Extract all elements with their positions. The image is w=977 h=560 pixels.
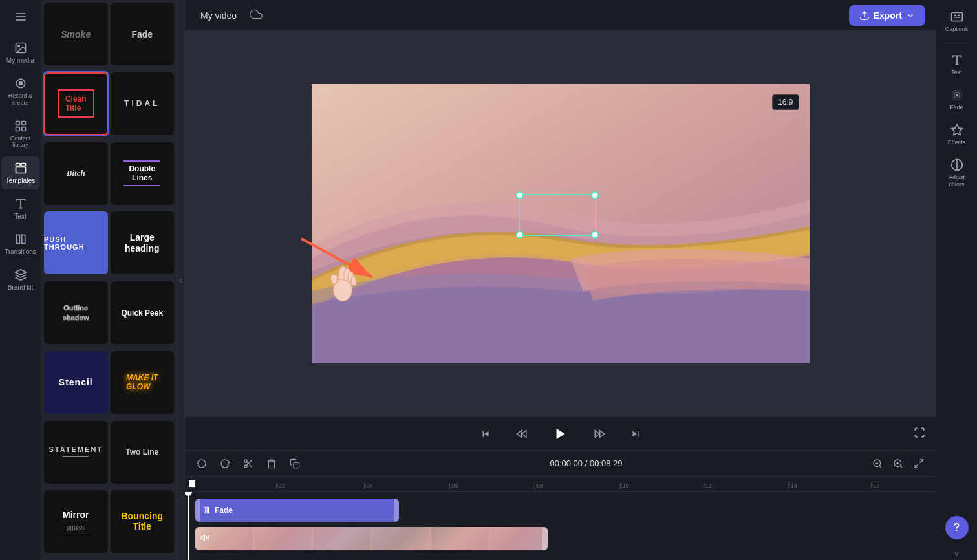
template-card-statement[interactable]: STATEMENT	[44, 421, 108, 484]
left-sidebar: My media Record &create Contentlibrary T…	[0, 0, 41, 560]
template-card-bouncing[interactable]: BouncingTitle	[111, 490, 175, 553]
ruler-mark-16: |:16	[870, 482, 880, 489]
cut-button[interactable]	[239, 456, 257, 471]
template-card-fade[interactable]: Fade	[111, 3, 175, 65]
content-icon	[14, 120, 27, 133]
brand-icon	[14, 268, 27, 281]
fade-clip[interactable]: Fade	[195, 499, 399, 522]
template-card-stencil[interactable]: Stencil	[44, 351, 108, 414]
clip-handle-right-fade[interactable]	[394, 499, 399, 522]
video-clip[interactable]	[195, 527, 548, 550]
sidebar-item-brand[interactable]: Brand kit	[1, 263, 40, 296]
fast-forward-button[interactable]	[589, 424, 610, 444]
sidebar-item-record[interactable]: Record &create	[1, 72, 40, 112]
svg-point-4	[17, 45, 19, 47]
zoom-out-icon	[872, 458, 883, 469]
hamburger-button[interactable]	[1, 5, 40, 28]
sidebar-item-text-tool[interactable]: Text	[938, 48, 976, 81]
export-icon	[859, 10, 870, 21]
svg-marker-32	[201, 535, 204, 540]
audio-icon	[200, 533, 209, 543]
right-sidebar-label-effects: Effects	[948, 139, 965, 145]
template-card-smoke[interactable]: Smoke	[44, 3, 108, 65]
fullscreen-icon	[914, 427, 925, 438]
sidebar-item-fade-tool[interactable]: Fade	[938, 83, 976, 116]
aspect-ratio-badge[interactable]: 16:9	[772, 94, 799, 110]
svg-line-22	[879, 466, 881, 468]
sidebar-item-my-media[interactable]: My media	[1, 36, 40, 69]
duplicate-button[interactable]	[286, 456, 304, 471]
template-card-make-it-glow[interactable]: MAKE ITGLOW	[111, 351, 175, 414]
templates-panel: Smoke Fade CleanTitle TIDAL Bitch Double…	[41, 0, 177, 560]
delete-icon	[266, 458, 277, 469]
sidebar-item-text[interactable]: Text	[1, 192, 40, 225]
play-button[interactable]	[548, 421, 574, 447]
skip-to-end-button[interactable]	[625, 424, 646, 444]
ruler-mark-08: |:08	[534, 482, 544, 489]
sidebar-item-adjust-colors[interactable]: Adjustcolors	[938, 153, 976, 193]
rewind-button[interactable]	[511, 424, 532, 444]
template-card-quick-peek[interactable]: Quick Peek	[111, 281, 175, 344]
right-sidebar-label-text: Text	[951, 69, 962, 76]
svg-rect-8	[21, 121, 25, 125]
clip-handle-right-video[interactable]	[542, 527, 548, 550]
sidebar-item-transitions[interactable]: Transitions	[1, 228, 40, 261]
template-card-two-line[interactable]: Two Line	[111, 421, 175, 484]
template-card-clean-title[interactable]: CleanTitle	[44, 72, 108, 135]
clip-handle-left-fade[interactable]	[195, 499, 200, 522]
template-label-large-heading: Largeheading	[125, 232, 160, 254]
project-name[interactable]: My video	[195, 8, 242, 23]
ruler-mark-14: |:14	[788, 482, 797, 489]
svg-point-34	[956, 94, 958, 96]
template-label-bouncing: BouncingTitle	[121, 512, 163, 532]
skip-to-start-button[interactable]	[475, 424, 496, 444]
canvas-area: 16:9	[185, 31, 936, 416]
fullscreen-button[interactable]	[914, 427, 925, 440]
template-label-mirror: Mirror Mirror	[59, 510, 92, 533]
right-sidebar-divider-1	[944, 43, 970, 43]
right-sidebar-label-adjust: Adjustcolors	[949, 174, 965, 188]
play-icon	[553, 427, 568, 441]
sidebar-label-record: Record &create	[8, 92, 33, 107]
effects-icon	[950, 124, 963, 136]
sidebar-item-effects[interactable]: Effects	[938, 118, 976, 151]
media-icon	[14, 41, 27, 54]
delete-button[interactable]	[263, 456, 281, 471]
template-card-large-heading[interactable]: Largeheading	[111, 211, 175, 274]
sidebar-item-content[interactable]: Contentlibrary	[1, 114, 40, 155]
templates-grid: Smoke Fade CleanTitle TIDAL Bitch Double…	[41, 0, 177, 560]
template-card-mirror[interactable]: Mirror Mirror	[44, 490, 108, 553]
expand-timeline-button[interactable]	[910, 456, 928, 471]
svg-line-28	[919, 460, 923, 463]
template-card-bitch[interactable]: Bitch	[44, 142, 108, 205]
transitions-icon	[14, 233, 27, 246]
fade-tool-icon	[950, 89, 963, 102]
time-separator: /	[585, 458, 590, 468]
svg-rect-7	[16, 121, 19, 125]
template-label-tidal: TIDAL	[124, 99, 160, 108]
template-card-push-through[interactable]: PUSH THROUGH	[44, 211, 108, 274]
sidebar-item-templates[interactable]: Templates	[1, 156, 40, 189]
pause-clip-icon	[202, 506, 211, 515]
sidebar-label-text: Text	[14, 213, 26, 220]
collapse-handle[interactable]: ‹	[177, 0, 185, 560]
redo-button[interactable]	[216, 456, 234, 471]
playback-controls	[185, 416, 936, 450]
collapse-right-button[interactable]: ∨	[950, 547, 963, 560]
sidebar-item-captions[interactable]: Captions	[938, 5, 976, 38]
template-label-bitch: Bitch	[67, 168, 85, 178]
svg-point-19	[244, 465, 247, 468]
export-button[interactable]: Export	[849, 5, 925, 26]
undo-button[interactable]	[193, 456, 211, 471]
templates-icon	[14, 162, 27, 175]
zoom-in-button[interactable]	[889, 456, 907, 471]
template-card-tidal[interactable]: TIDAL	[111, 72, 175, 135]
playhead[interactable]	[188, 492, 189, 560]
zoom-out-button[interactable]	[868, 456, 886, 471]
help-button[interactable]: ?	[945, 516, 969, 539]
template-card-double-lines[interactable]: DoubleLines	[111, 142, 175, 205]
total-time: 00:08.29	[590, 458, 623, 468]
adjust-colors-icon	[950, 158, 963, 171]
template-card-outline-shadow[interactable]: Outlineshadow	[44, 281, 108, 344]
expand-icon	[914, 458, 924, 469]
